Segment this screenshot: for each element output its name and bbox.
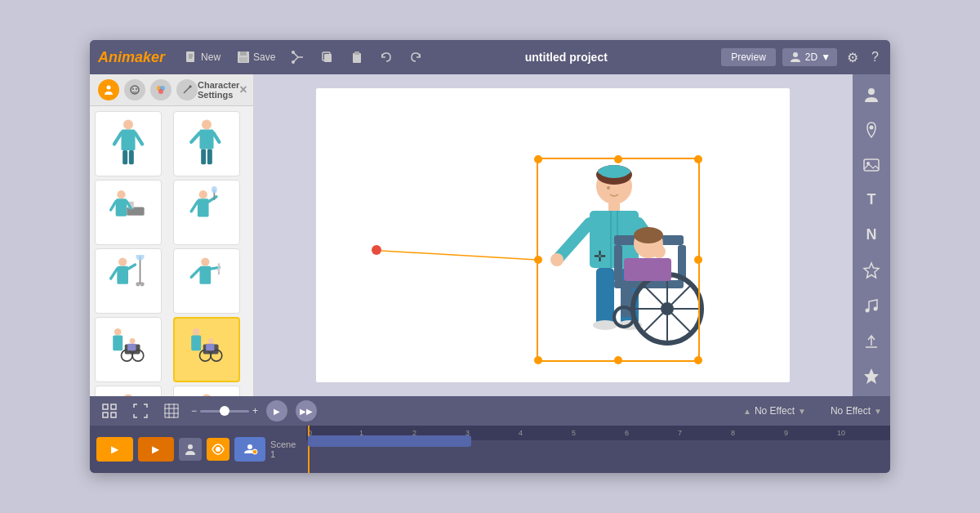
cut-button[interactable] [287,48,310,66]
sidebar-music-button[interactable] [858,294,885,318]
sidebar-image-button[interactable] [858,153,885,176]
sidebar-sticker-button[interactable] [858,259,885,283]
timeline-play-button[interactable]: ▶ [96,437,133,462]
character-item-3[interactable] [95,180,162,245]
svg-point-122 [634,227,663,243]
paste-button[interactable] [345,48,368,66]
undo-button[interactable] [375,48,398,66]
timeline-controls: ▶ ▶ [90,426,306,473]
effect2-down-arrow[interactable]: ▼ [874,407,882,416]
sidebar-number-button[interactable]: N [858,223,885,247]
new-button[interactable]: New [180,48,225,66]
character-item-1[interactable] [95,111,162,176]
svg-point-23 [158,89,163,94]
copy-button[interactable] [316,48,339,66]
sidebar-character-icon [862,86,880,104]
character-item-10[interactable] [173,386,240,396]
svg-rect-46 [198,199,209,216]
redo-button[interactable] [404,48,427,66]
entrance-effect-selector[interactable]: ▲ No Effect ▼ [743,405,806,417]
char-preview-1 [104,118,153,170]
preview-button[interactable]: Preview [721,48,776,66]
music-icon [862,297,880,314]
svg-point-129 [866,309,870,313]
panel-tab-character[interactable] [98,79,119,100]
character-item-2[interactable] [173,111,240,176]
svg-point-51 [118,257,127,265]
sidebar-effects-button[interactable] [858,364,885,388]
ruler-10: 10 [837,429,845,437]
char-preview-5 [104,255,153,307]
svg-line-54 [128,265,136,269]
character-item-9[interactable] [95,386,162,396]
svg-point-19 [132,88,134,90]
character-item-5[interactable] [95,248,162,314]
svg-point-72 [193,328,200,336]
app-logo: Animaker [98,49,165,66]
rotation-handle[interactable] [372,245,381,255]
timeline-play-next-button[interactable]: ▶ [138,437,175,462]
expand-button[interactable] [129,401,152,421]
eye-icon [212,443,225,456]
svg-point-45 [199,190,207,199]
save-button[interactable]: Save [232,48,280,66]
timeline-ruler-area: 0 1 2 3 4 5 6 7 8 9 10 [306,426,890,473]
char-preview-4 [182,186,231,239]
timeline-tracks [306,440,890,447]
svg-point-70 [130,338,136,344]
panel-tab-color[interactable] [150,79,172,100]
timeline-settings-tab[interactable] [234,437,265,462]
fit-view-button[interactable] [98,401,121,421]
svg-rect-31 [122,150,127,164]
character-item-8[interactable] [173,317,240,382]
canvas-character[interactable] [532,154,704,366]
char-preview-3 [104,186,153,239]
svg-point-39 [117,190,125,199]
settings-button[interactable]: ⚙ [844,47,862,69]
timeline-visibility-toggle[interactable] [207,438,229,461]
svg-point-17 [107,86,111,90]
paste-icon [350,51,363,64]
character-item-4[interactable] [173,180,240,245]
svg-rect-136 [103,413,108,417]
svg-rect-60 [199,266,211,284]
panel-tab-wand[interactable] [176,79,198,100]
play-button[interactable]: ▶ [266,400,287,422]
effect1-up-arrow[interactable]: ▲ [743,407,751,416]
play-next-button[interactable]: ▶▶ [296,400,317,422]
panel-title: Character Settings [198,80,239,100]
grid-button[interactable] [160,401,183,421]
zoom-slider-thumb[interactable] [220,406,229,416]
canvas[interactable]: ✛ [316,88,790,382]
svg-rect-126 [864,159,879,171]
exit-effect-selector[interactable]: No Effect ▼ [831,405,882,417]
number-icon-label: N [866,226,877,243]
svg-point-95 [607,186,610,190]
help-button[interactable]: ? [868,47,882,68]
svg-rect-32 [129,150,134,164]
svg-rect-66 [113,336,122,351]
svg-rect-137 [111,413,116,417]
panel-tab-face[interactable] [124,79,145,100]
svg-rect-37 [201,149,206,164]
sidebar-text-button[interactable]: T [858,188,885,212]
zoom-plus[interactable]: + [252,405,258,417]
timeline-track-bar[interactable] [308,435,471,447]
character-item-6[interactable] [173,248,240,314]
effect1-down-arrow[interactable]: ▼ [798,407,806,416]
sidebar-upload-button[interactable] [858,329,885,353]
svg-point-144 [216,447,220,452]
timeline-character-icon[interactable] [179,438,202,461]
right-sidebar: T N [853,74,890,396]
character-item-7[interactable] [95,317,162,382]
svg-point-58 [140,282,145,286]
sidebar-character-button[interactable] [858,83,885,106]
panel-close-button[interactable]: × [239,83,247,97]
zoom-slider[interactable]: − + [191,405,258,417]
sidebar-location-button[interactable] [858,118,885,141]
svg-rect-63 [218,263,220,271]
mode-selector[interactable]: 2D ▼ [782,48,837,66]
canvas-area[interactable]: ✛ [253,74,853,396]
zoom-minus[interactable]: − [191,405,197,417]
svg-rect-111 [614,245,622,282]
